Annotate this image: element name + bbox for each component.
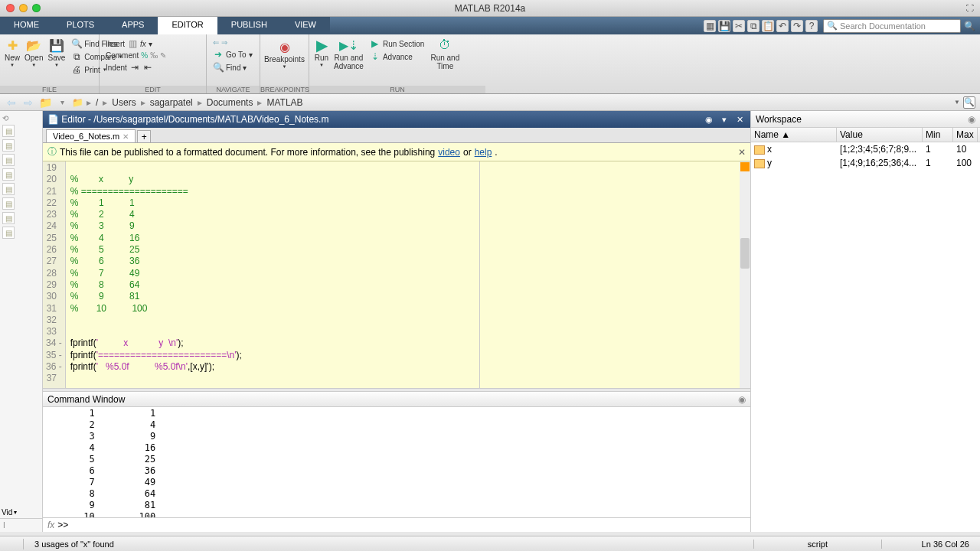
prompt-text: >> [57, 520, 68, 530]
doc-icon[interactable]: ▤ [2, 183, 15, 195]
bp-label: Breakpoints [264, 55, 305, 64]
tab-editor[interactable]: EDITOR [158, 17, 217, 34]
vid-text: Vid [2, 508, 12, 517]
crumb-root[interactable]: / [94, 97, 100, 108]
editor-scrollbar[interactable] [740, 161, 750, 388]
goto-button[interactable]: ➜Go To ▾ [211, 48, 255, 60]
breakpoints-button[interactable]: ◉Breakpoints▼ [265, 39, 304, 69]
qa-help-icon[interactable]: ? [805, 20, 818, 32]
advance-button[interactable]: ⇣Advance [368, 51, 426, 63]
browse-button[interactable]: 🔍 [963, 96, 975, 109]
workspace-table: Name ▲ Value Min Max x[1;2;3;4;5;6;7;8;9… [751, 128, 980, 170]
open-button[interactable]: 📂Open▼ [24, 37, 43, 76]
scrollbar-thumb[interactable] [740, 238, 750, 269]
close-editor-button[interactable]: ✕ [733, 113, 746, 126]
zoom-icon[interactable] [32, 4, 41, 12]
workspace-row[interactable]: x[1;2;3;4;5;6;7;8;9...110 [751, 142, 980, 156]
crumb-docs[interactable]: Documents [205, 97, 255, 108]
doc-icon[interactable]: ▤ [2, 227, 15, 239]
filetab-label: Video_6_Notes.m [53, 132, 119, 141]
tab-view[interactable]: VIEW [281, 17, 330, 34]
status-usages: 3 usages of "x" found [30, 540, 119, 549]
goto-label: Go To [226, 51, 247, 59]
close-icon[interactable] [6, 4, 15, 12]
qa-save-icon[interactable]: ▦ [704, 20, 716, 32]
runadvance-button[interactable]: ▶⇣Run and Advance [334, 37, 364, 70]
cmdwin-menu-icon[interactable]: ◉ [738, 394, 746, 405]
dock-icon[interactable]: ◉ [703, 113, 715, 126]
adv-label: Advance [383, 53, 413, 61]
new-button[interactable]: ✚New▼ [5, 37, 20, 76]
section-icon: ▥ [127, 38, 138, 49]
comment-button[interactable]: Comment % ‰ ✎ [104, 51, 201, 60]
search-input[interactable]: 🔍 Search Documentation [823, 19, 961, 33]
new-file-icon: ✚ [5, 37, 20, 53]
code-analyzer-indicator[interactable] [740, 162, 750, 171]
insert-button[interactable]: Insert ▥ fx ▾ [104, 37, 201, 50]
doc-icon[interactable]: ▤ [2, 139, 15, 152]
doc-icon[interactable]: ▤ [2, 125, 15, 137]
toolstrip-tabs: HOME PLOTS APPS EDITOR PUBLISH VIEW ▦ 💾 … [0, 17, 980, 34]
doc-icon[interactable]: ▤ [2, 168, 15, 181]
ws-col-value[interactable]: Value [837, 128, 923, 142]
path-dropdown[interactable]: ▼ [954, 99, 960, 106]
info-help-link[interactable]: help [475, 147, 492, 158]
qa-disk-icon[interactable]: 💾 [718, 20, 730, 32]
crumb-users[interactable]: Users [110, 97, 137, 108]
command-prompt[interactable]: fx >> [43, 517, 750, 532]
doc-icon[interactable]: ▤ [2, 154, 15, 166]
nav-arrows[interactable]: ⇐ ⇒ [211, 37, 255, 47]
workspace-row[interactable]: y[1;4;9;16;25;36;4...1100 [751, 156, 980, 170]
close-tab-icon[interactable]: ✕ [122, 132, 129, 141]
ws-col-name[interactable]: Name ▲ [751, 128, 837, 142]
open-folder-icon: 📂 [26, 37, 41, 53]
vid-label[interactable]: Vid ▾ [0, 507, 42, 518]
qa-redo-icon[interactable]: ↷ [791, 20, 803, 32]
qa-cut-icon[interactable]: ✂ [733, 20, 745, 32]
tab-home[interactable]: HOME [0, 17, 53, 34]
expand-icon[interactable]: ⛶ [966, 4, 974, 12]
indent-button[interactable]: Indent ⇥ ⇤ [104, 61, 201, 73]
search-go-icon[interactable]: 🔍 [963, 20, 975, 32]
tab-publish[interactable]: PUBLISH [217, 17, 281, 34]
add-tab-button[interactable]: + [137, 130, 151, 142]
ws-col-min[interactable]: Min [923, 128, 953, 142]
restore-icon[interactable]: ⟲ [2, 114, 40, 122]
qa-undo-icon[interactable]: ↶ [776, 20, 789, 32]
up-folder-button[interactable]: 📁 [38, 96, 52, 109]
crumb-matlab[interactable]: MATLAB [265, 97, 304, 108]
minimize-icon[interactable] [19, 4, 28, 12]
close-infobar-button[interactable]: ✕ [738, 147, 746, 158]
code-editor[interactable]: 19 20 21 22 23 24 25 26 27 28 29 30 31 3… [43, 161, 750, 388]
chevron-down-icon: ▼ [283, 64, 287, 69]
find-button[interactable]: 🔍Find ▾ [211, 61, 255, 73]
qa-copy-icon[interactable]: ⧉ [747, 20, 760, 32]
workspace-panel: Workspace ◉ Name ▲ Value Min Max x[1;2;3… [750, 111, 980, 532]
back-icon: ⇐ [213, 38, 219, 47]
code-text[interactable]: % x y % ==================== % 1 1 % 2 4… [66, 161, 750, 386]
tab-apps[interactable]: APPS [108, 17, 158, 34]
save-icon: 💾 [49, 37, 64, 53]
breakpoint-icon: ◉ [277, 39, 292, 54]
forward-button[interactable]: ⇨ [21, 96, 35, 109]
tab-plots[interactable]: PLOTS [53, 17, 108, 34]
editor-titlebar: 📄 Editor - /Users/sagarpatel/Documents/M… [43, 111, 750, 128]
file-icon: 📄 [47, 114, 59, 125]
workspace-menu-icon[interactable]: ◉ [968, 114, 975, 125]
file-tab[interactable]: Video_6_Notes.m ✕ [46, 129, 136, 142]
fx-icon: fx [140, 40, 146, 48]
undock-dropdown[interactable]: ▾ [718, 113, 730, 126]
runsection-button[interactable]: ▶Run Section [368, 37, 426, 50]
crumb-user[interactable]: sagarpatel [149, 97, 194, 108]
doc-icon[interactable]: ▤ [2, 197, 15, 210]
command-window[interactable]: 1 1 2 4 3 9 4 16 5 25 6 36 7 49 8 64 9 8… [43, 407, 750, 517]
doc-icon[interactable]: ▤ [2, 212, 15, 224]
back-button[interactable]: ⇦ [5, 96, 18, 109]
info-video-link[interactable]: video [438, 147, 460, 158]
ws-col-max[interactable]: Max [953, 128, 978, 142]
runtime-button[interactable]: ⏱Run and Time [430, 37, 459, 70]
save-button[interactable]: 💾Save▼ [47, 37, 65, 76]
qa-paste-icon[interactable]: 📋 [762, 20, 774, 32]
run-button[interactable]: ▶Run▼ [314, 37, 329, 70]
history-dropdown[interactable]: ▾ [55, 96, 69, 109]
